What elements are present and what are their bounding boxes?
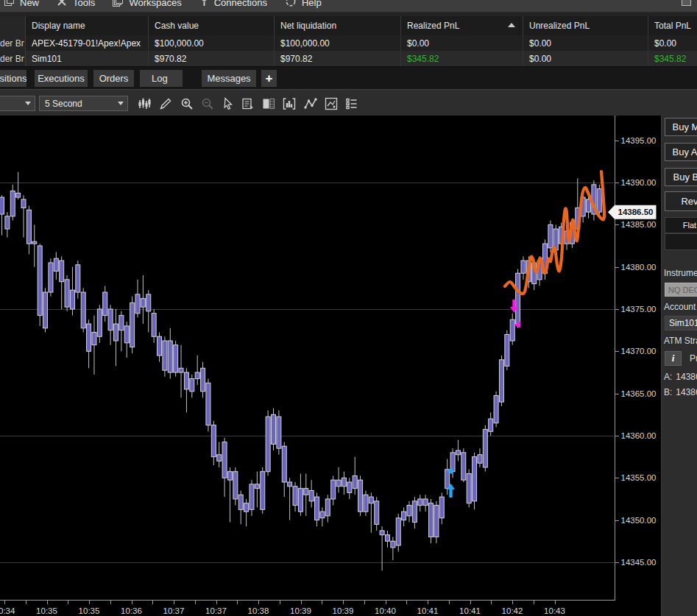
row-header-column — [0, 16, 26, 35]
candle-body — [407, 506, 411, 516]
zoom-in-icon[interactable] — [180, 97, 194, 110]
tab-positions[interactable]: sitions — [0, 70, 26, 87]
candlestick-chart[interactable]: 14345.0014350.0014355.0014360.0014365.00… — [0, 116, 697, 616]
instrument-selector[interactable]: NQ DEC23 — [665, 283, 697, 297]
chart-trader-icon[interactable] — [262, 97, 275, 110]
price-axis-label: 14390.00 — [621, 178, 657, 187]
zigzag-icon[interactable] — [304, 97, 317, 110]
column-total-pnl[interactable]: Total PnL — [648, 16, 697, 35]
cursor-icon[interactable] — [222, 97, 235, 110]
tab-orders[interactable]: Orders — [93, 70, 134, 87]
time-tick — [4, 601, 5, 605]
price-axis-label: 14370.00 — [621, 347, 657, 355]
candle-body — [499, 360, 503, 402]
atm-info-button[interactable]: i — [665, 351, 682, 366]
candle-body — [113, 324, 118, 341]
candle-body — [65, 280, 69, 307]
time-tick-minor — [110, 601, 111, 605]
gridline — [0, 436, 615, 436]
tab-messages[interactable]: Messages — [202, 70, 256, 87]
buy-ask-button[interactable]: Buy Ask — [665, 143, 697, 161]
candle-body — [320, 511, 325, 518]
bid-price-row: B:14386.25 — [664, 387, 697, 397]
time-tick — [386, 601, 386, 605]
candle-body — [266, 417, 270, 472]
time-tick — [258, 601, 259, 605]
tab-executions[interactable]: Executions — [35, 70, 88, 87]
workspaces-icon — [113, 0, 123, 9]
candle-body — [141, 299, 145, 307]
window-icon[interactable] — [682, 0, 691, 6]
candle-body — [49, 263, 53, 292]
time-tick-minor — [322, 601, 322, 605]
candle-body — [548, 224, 553, 248]
price-axis-label: 14355.00 — [621, 473, 657, 482]
time-tick-minor — [280, 601, 280, 605]
time-tick — [301, 601, 302, 605]
cell-realized-pnl: $0.00 — [401, 35, 523, 51]
candle-body — [342, 478, 346, 486]
candle-body — [473, 457, 477, 501]
cell-display-name: Sim101 — [26, 51, 149, 66]
price-tick — [615, 562, 620, 563]
menu-item-tools[interactable]: Tools — [73, 0, 95, 8]
price-axis-label: 14350.00 — [621, 516, 657, 525]
reverse-button[interactable]: Rev — [665, 191, 697, 211]
time-tick — [216, 601, 217, 605]
candle-body — [423, 499, 428, 506]
account-selector[interactable]: Sim101 — [665, 316, 697, 330]
menu-item-workspaces[interactable]: Workspaces — [129, 0, 181, 8]
account-row-apex[interactable]: der Br APEX-45179-01!Apex!Apex $100,000.… — [0, 35, 697, 52]
price-axis-label: 14365.00 — [621, 389, 657, 398]
zoom-out-icon[interactable] — [201, 97, 214, 110]
time-tick-minor — [534, 601, 534, 605]
candle-body — [325, 499, 330, 516]
instrument-combo[interactable] — [0, 96, 35, 111]
tools-icon — [57, 0, 67, 9]
chart-window-icon[interactable] — [283, 97, 296, 110]
buy-market-button[interactable]: Buy Mkt — [665, 118, 697, 136]
column-display-name[interactable]: Display name — [26, 16, 149, 35]
column-net-liquidation[interactable]: Net liquidation — [275, 16, 401, 35]
properties-list-icon[interactable] — [345, 97, 358, 110]
candle-body — [461, 453, 466, 480]
column-unrealized-pnl[interactable]: Unrealized PnL — [523, 16, 648, 35]
pencil-draw-icon[interactable] — [159, 97, 172, 110]
candle-body — [16, 193, 21, 197]
menu-item-help[interactable]: Help — [302, 0, 322, 8]
time-tick — [512, 601, 513, 605]
atm-strategy-value[interactable]: Pr — [690, 353, 697, 364]
candle-body — [130, 302, 135, 347]
candle-body — [293, 486, 297, 506]
column-realized-pnl[interactable]: Realized PnL — [401, 16, 523, 35]
time-tick-minor — [491, 601, 492, 605]
bid-price-value: 14386.25 — [676, 387, 697, 397]
candle-body — [146, 294, 151, 311]
column-cash-value[interactable]: Cash value — [149, 16, 275, 35]
time-tick-minor — [364, 601, 365, 605]
empty-button[interactable] — [665, 233, 697, 250]
cell-realized-pnl: $345.82 — [401, 51, 523, 66]
candle-body — [43, 292, 48, 328]
snapshot-icon[interactable] — [325, 97, 338, 110]
interval-combo[interactable]: 5 Second — [39, 96, 128, 111]
tab-add[interactable]: + — [261, 70, 277, 87]
menu-bar: New Tools Workspaces Connections Help — [0, 0, 697, 13]
gridline — [0, 309, 615, 310]
time-axis-label: 10:34 — [0, 606, 15, 615]
ask-price-value: 14386.50 — [676, 372, 697, 382]
data-box-icon[interactable] — [241, 97, 255, 110]
tab-log[interactable]: Log — [140, 70, 183, 87]
candle-body — [119, 316, 124, 330]
chart-style-icon[interactable] — [138, 97, 151, 110]
time-axis-label: 10:43 — [544, 606, 565, 615]
price-tick — [615, 351, 620, 352]
candle-body — [179, 368, 183, 372]
time-axis-label: 10:37 — [163, 606, 185, 615]
candle-body — [174, 345, 178, 372]
menu-item-new[interactable]: New — [20, 0, 39, 8]
flatten-button[interactable]: Flat — [665, 217, 697, 233]
menu-item-connections[interactable]: Connections — [214, 0, 267, 8]
buy-bid-button[interactable]: Buy Bid — [665, 168, 697, 186]
account-row-sim101[interactable]: der Br Sim101 $970.82 $970.82 $345.82 $0… — [0, 51, 697, 67]
